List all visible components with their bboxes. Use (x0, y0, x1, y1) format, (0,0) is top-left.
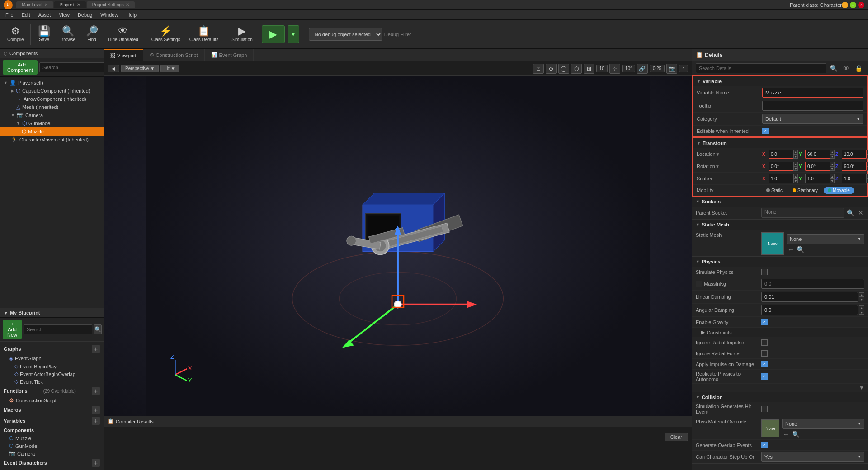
macros-row[interactable]: Macros + (0, 404, 104, 415)
location-y-input[interactable] (805, 150, 830, 159)
replicate-physics-checkbox[interactable] (761, 373, 768, 380)
tree-item-player[interactable]: ▼ 👤 Player(self) (0, 79, 104, 87)
tree-item-charmove[interactable]: 🏃 CharacterMovement (Inherited) (0, 136, 104, 144)
mesh-select-dropdown[interactable]: None ▼ (787, 234, 864, 244)
rotation-z-input[interactable] (842, 162, 867, 171)
ignore-radial-impulse-checkbox[interactable] (761, 339, 768, 346)
vp-back-button[interactable]: ◀ (108, 65, 119, 72)
vp-icon-8[interactable]: 📷 (666, 64, 677, 74)
tab-eventgraph[interactable]: 📊 Event Graph (205, 49, 254, 61)
details-search-input[interactable] (696, 63, 826, 73)
location-z-input[interactable] (842, 150, 867, 159)
rotation-x-down[interactable]: ▼ (793, 166, 798, 171)
collision-section-header[interactable]: ▼ Collision (692, 392, 868, 402)
tab-mainlevel-close[interactable]: ✕ (44, 2, 48, 7)
vp-icon-1[interactable]: ⊡ (533, 64, 544, 74)
functions-add-button[interactable]: + (92, 387, 100, 395)
tab-player-close[interactable]: ✕ (77, 2, 80, 7)
vp-icon-6[interactable]: ⊹ (609, 64, 620, 74)
tree-item-capsule[interactable]: ▶ ⬡ CapsuleComponent (Inherited) (0, 87, 104, 95)
hide-unrelated-button[interactable]: 👁 Hide Unrelated (104, 23, 142, 46)
functions-row[interactable]: Functions (29 Overridable) + (0, 385, 104, 396)
viewport[interactable]: ◀ Perspective ▼ Lit ▼ ⊡ ⊙ ◯ ⬡ ⊞ 10 ⊹ 10°… (104, 61, 692, 416)
tab-construction[interactable]: ⚙ Construction Script (143, 49, 205, 61)
class-defaults-button[interactable]: 📋 Class Defaults (186, 23, 222, 46)
beginplay-item[interactable]: ◇ Event BeginPlay (0, 362, 104, 370)
tree-item-gunmodel[interactable]: ▼ ⬡ GunModel (0, 119, 104, 127)
linear-damping-input[interactable] (761, 292, 858, 302)
location-x-up[interactable]: ▲ (793, 150, 798, 154)
phys-material-back-button[interactable]: ← (782, 431, 790, 438)
mobility-static[interactable]: Static (762, 187, 787, 194)
mobility-stationary[interactable]: Stationary (788, 187, 822, 194)
constraints-header[interactable]: ▶ Constraints (692, 328, 868, 337)
sim-hit-event-checkbox[interactable] (761, 406, 768, 412)
actoroverlap-item[interactable]: ◇ Event ActorBeginOverlap (0, 370, 104, 378)
simulate-checkbox[interactable] (761, 269, 768, 275)
tree-item-camera[interactable]: ▼ 📷 Camera (0, 111, 104, 119)
save-button[interactable]: 💾 Save (33, 23, 55, 46)
location-y-down[interactable]: ▼ (830, 154, 835, 159)
enable-gravity-checkbox[interactable] (761, 319, 768, 325)
socket-clear-button[interactable]: ✕ (857, 209, 864, 216)
eventdispatchers-row[interactable]: Event Dispatchers + (0, 457, 104, 468)
rotation-x-input[interactable] (769, 162, 793, 171)
tab-viewport[interactable]: 🖼 Viewport (104, 49, 143, 61)
graphs-add-button[interactable]: + (92, 345, 100, 353)
macros-add-button[interactable]: + (92, 406, 100, 414)
angular-damping-down[interactable]: ▼ (859, 310, 864, 315)
location-x-input[interactable] (769, 150, 793, 159)
menu-edit[interactable]: Edit (18, 11, 34, 19)
vp-lit-button[interactable]: Lit ▼ (160, 65, 179, 72)
details-lock-button[interactable]: 🔒 (853, 65, 864, 72)
find-button[interactable]: 🔎 Find (81, 23, 103, 46)
phys-material-thumbnail[interactable]: None (761, 419, 779, 437)
maximize-button[interactable]: □ (850, 2, 856, 8)
rotation-y-up[interactable]: ▲ (830, 162, 835, 166)
phys-material-dropdown[interactable]: None ▼ (782, 419, 864, 429)
gunmodel-bp-item[interactable]: ⬡ GunModel (0, 442, 104, 450)
vp-icon-3[interactable]: ◯ (558, 64, 569, 74)
scale-x-input[interactable] (769, 174, 793, 183)
variable-tooltip-input[interactable] (762, 101, 863, 111)
vp-icon-4[interactable]: ⬡ (571, 64, 582, 74)
static-mesh-thumbnail[interactable]: None (761, 232, 784, 255)
blueprint-section-header[interactable]: ▼ My Blueprint (0, 308, 104, 318)
transform-section-header[interactable]: ▼ Transform (693, 138, 867, 148)
menu-help[interactable]: Help (123, 11, 140, 19)
scale-z-input[interactable] (842, 174, 867, 183)
scale-y-input[interactable] (805, 174, 830, 183)
mobility-movable[interactable]: Movable (824, 187, 854, 194)
vp-perspective-button[interactable]: Perspective ▼ (121, 65, 159, 72)
tab-projectsettings-close[interactable]: ✕ (126, 2, 129, 7)
details-search-icon-button[interactable]: 🔍 (828, 65, 840, 72)
tab-mainlevel[interactable]: MainLevel ✕ (16, 1, 53, 8)
physics-section-header[interactable]: ▼ Physics (692, 257, 868, 267)
vp-icon-2[interactable]: ⊙ (546, 64, 557, 74)
simulation-button[interactable]: ▶ Simulation (228, 23, 256, 46)
scale-x-down[interactable]: ▼ (793, 179, 798, 183)
component-search-input[interactable] (39, 62, 108, 72)
tree-item-muzzle[interactable]: ⬡ Muzzle (0, 127, 104, 136)
phys-material-search-button[interactable]: 🔍 (791, 431, 801, 438)
class-settings-button[interactable]: ⚡ Class Settings (148, 23, 184, 46)
linear-damping-down[interactable]: ▼ (859, 297, 864, 301)
blueprint-search-input[interactable] (24, 324, 92, 334)
mass-enable-checkbox[interactable] (696, 281, 702, 287)
minimize-button[interactable]: ─ (842, 2, 848, 8)
socket-search-button[interactable]: 🔍 (846, 209, 855, 216)
rotation-x-up[interactable]: ▲ (793, 162, 798, 166)
menu-file[interactable]: File (2, 11, 17, 19)
vp-icon-7[interactable]: 🔗 (637, 64, 648, 74)
location-y-up[interactable]: ▲ (830, 150, 835, 154)
mass-input[interactable] (761, 279, 864, 289)
browse-button[interactable]: 🔍 Browse (57, 23, 79, 46)
variables-add-button[interactable]: + (92, 417, 100, 425)
tree-item-arrow[interactable]: → ArrowComponent (Inherited) (0, 95, 104, 103)
generate-overlap-checkbox[interactable] (761, 442, 768, 448)
vp-icon-5[interactable]: ⊞ (584, 64, 594, 74)
eventtick-item[interactable]: ◇ Event Tick (0, 378, 104, 385)
menu-view[interactable]: View (55, 11, 73, 19)
static-mesh-section-header[interactable]: ▼ Static Mesh (692, 220, 868, 230)
mesh-search-button[interactable]: 🔍 (796, 246, 805, 253)
